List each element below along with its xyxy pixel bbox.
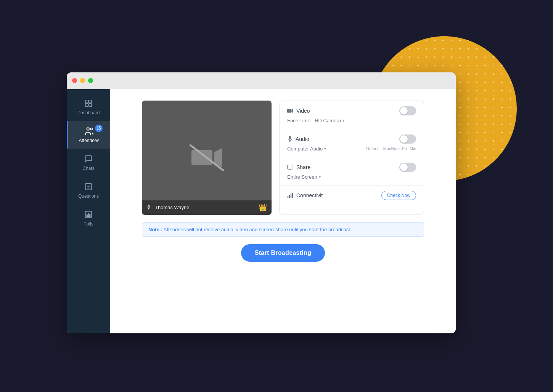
share-chevron-icon: ▾ bbox=[319, 175, 321, 179]
maximize-button[interactable] bbox=[88, 78, 93, 83]
sidebar-item-dashboard[interactable]: Dashboard bbox=[67, 93, 110, 121]
note-prefix: Note : bbox=[148, 227, 162, 232]
app-window: Dashboard 15 Attendees bbox=[67, 72, 456, 333]
content-row: 🎙 Thomas Wayne 👑 bbox=[142, 101, 424, 215]
questions-icon bbox=[84, 182, 93, 192]
svg-rect-22 bbox=[288, 196, 288, 198]
video-label: Video bbox=[287, 108, 310, 114]
svg-rect-9 bbox=[88, 213, 89, 216]
camera-off-icon bbox=[190, 144, 224, 171]
svg-rect-23 bbox=[289, 195, 290, 198]
share-option-selector[interactable]: Entire Screen ▾ bbox=[287, 174, 416, 180]
audio-chevron-icon: ▾ bbox=[324, 147, 326, 151]
svg-rect-1 bbox=[89, 100, 92, 102]
audio-device-row: Computer Audio ▾ Default - MacBook Pro M… bbox=[287, 146, 416, 152]
participant-info: 🎙 Thomas Wayne bbox=[146, 205, 190, 211]
svg-rect-8 bbox=[87, 214, 87, 216]
audio-device-selector[interactable]: Computer Audio ▾ bbox=[287, 146, 326, 152]
polls-icon bbox=[84, 210, 93, 219]
crown-icon: 👑 bbox=[259, 203, 267, 212]
svg-rect-0 bbox=[85, 100, 88, 102]
traffic-lights bbox=[72, 78, 93, 83]
sidebar-item-questions[interactable]: Questions bbox=[67, 176, 110, 204]
titlebar bbox=[67, 72, 456, 89]
video-toggle-knob bbox=[400, 107, 408, 115]
svg-rect-10 bbox=[90, 214, 90, 216]
participant-name: Thomas Wayne bbox=[155, 205, 190, 210]
audio-toggle[interactable] bbox=[399, 134, 416, 144]
dashboard-icon bbox=[84, 98, 93, 108]
audio-label: Audio bbox=[287, 136, 309, 142]
sidebar-item-chats[interactable]: Chats bbox=[67, 149, 110, 176]
minimize-button[interactable] bbox=[80, 78, 85, 83]
sidebar-label-polls: Polls bbox=[84, 221, 93, 227]
main-content: 🎙 Thomas Wayne 👑 bbox=[110, 89, 456, 333]
attendees-icon bbox=[84, 126, 94, 136]
note-box: Note : Attendees will not receive audio,… bbox=[142, 222, 424, 237]
share-label-text: Share bbox=[296, 164, 310, 170]
svg-rect-11 bbox=[191, 150, 212, 165]
window-body: Dashboard 15 Attendees bbox=[67, 89, 456, 333]
sidebar-item-polls[interactable]: Polls bbox=[67, 204, 110, 232]
connectivity-content: Connectivit Check Now bbox=[287, 191, 416, 200]
svg-rect-16 bbox=[289, 136, 291, 140]
signal-bars-icon bbox=[287, 192, 293, 198]
video-chevron-icon: ▾ bbox=[342, 118, 344, 123]
share-row-header: Share bbox=[287, 163, 416, 172]
check-now-button[interactable]: Check Now bbox=[381, 191, 416, 200]
svg-rect-25 bbox=[292, 192, 293, 198]
share-toggle[interactable] bbox=[399, 163, 416, 172]
audio-device-label: Computer Audio bbox=[287, 146, 323, 152]
attendees-badge: 15 bbox=[95, 125, 103, 132]
svg-rect-14 bbox=[287, 109, 291, 113]
video-toggle[interactable] bbox=[399, 106, 416, 115]
mic-muted-icon: 🎙 bbox=[146, 205, 152, 211]
svg-marker-15 bbox=[291, 109, 293, 113]
microphone-icon bbox=[287, 136, 293, 142]
share-icon bbox=[287, 165, 293, 170]
share-settings-row: Share Entire Screen ▾ bbox=[280, 157, 424, 186]
audio-label-text: Audio bbox=[296, 136, 309, 142]
audio-toggle-knob bbox=[400, 135, 408, 143]
svg-rect-24 bbox=[291, 194, 291, 198]
svg-point-5 bbox=[90, 128, 92, 130]
video-row-header: Video bbox=[287, 106, 416, 115]
settings-panel: Video Face Time - HD Camera ▾ bbox=[279, 101, 424, 215]
start-broadcasting-button[interactable]: Start Broadcasting bbox=[241, 244, 325, 262]
sidebar-label-questions: Questions bbox=[78, 194, 99, 199]
share-label: Share bbox=[287, 164, 310, 170]
svg-rect-2 bbox=[85, 103, 88, 106]
video-device-selector[interactable]: Face Time - HD Camera ▾ bbox=[287, 118, 416, 123]
chats-icon bbox=[84, 154, 93, 164]
video-footer: 🎙 Thomas Wayne 👑 bbox=[142, 200, 272, 215]
sidebar: Dashboard 15 Attendees bbox=[67, 89, 110, 333]
connectivity-label-text: Connectivit bbox=[296, 192, 323, 198]
video-settings-row: Video Face Time - HD Camera ▾ bbox=[280, 101, 424, 129]
svg-rect-3 bbox=[89, 103, 92, 106]
svg-rect-19 bbox=[288, 165, 293, 169]
share-option-label: Entire Screen bbox=[287, 174, 317, 180]
audio-settings-row: Audio Computer Audio ▾ bbox=[280, 129, 424, 157]
note-text: Attendees will not receive audio, video … bbox=[164, 227, 350, 232]
video-preview: 🎙 Thomas Wayne 👑 bbox=[142, 101, 272, 215]
connectivity-row: Connectivit Check Now bbox=[280, 186, 424, 205]
sidebar-label-attendees: Attendees bbox=[79, 138, 99, 143]
audio-device-note: Default - MacBook Pro Mic bbox=[366, 146, 416, 151]
svg-point-4 bbox=[87, 128, 89, 130]
video-icon bbox=[287, 108, 293, 114]
share-toggle-knob bbox=[400, 163, 408, 171]
sidebar-label-dashboard: Dashboard bbox=[77, 110, 100, 115]
sidebar-label-chats: Chats bbox=[82, 166, 94, 171]
connectivity-label: Connectivit bbox=[287, 192, 323, 198]
audio-row-header: Audio bbox=[287, 134, 416, 144]
video-device-label: Face Time - HD Camera bbox=[287, 118, 341, 123]
close-button[interactable] bbox=[72, 78, 77, 83]
sidebar-item-attendees[interactable]: 15 Attendees bbox=[67, 121, 110, 149]
